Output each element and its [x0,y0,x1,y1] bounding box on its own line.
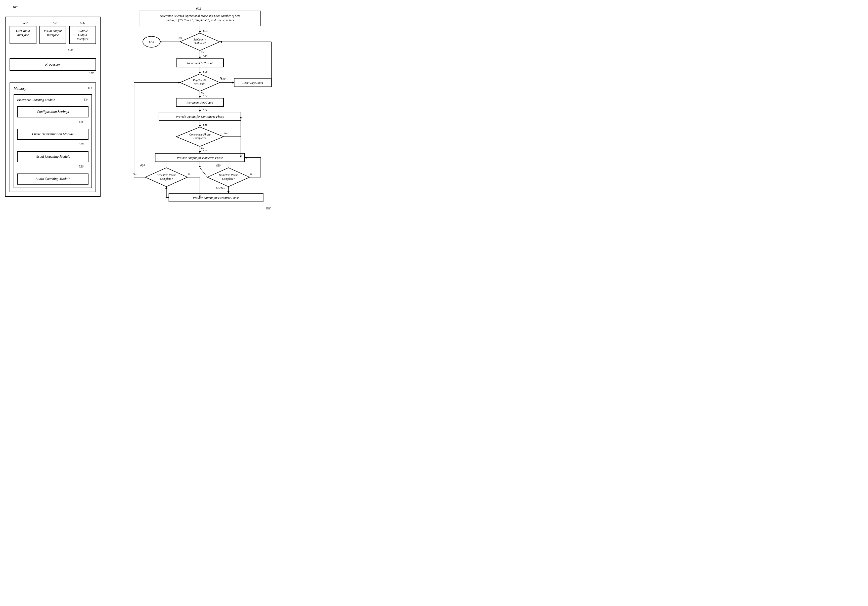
connector-508 [9,52,96,57]
arrowhead-608-612 [199,96,201,98]
yes-620: Yes [221,186,225,190]
ref-518: 518 [17,142,84,146]
start-text-2: and Reps (“SetLimit”, “RepLimit”) and re… [166,19,234,22]
user-input-label: User InputInterface [16,29,30,37]
arrowhead-620-622 [228,191,229,193]
connector-518 [17,146,88,151]
audio-coaching-box: Audio Coaching Module [17,174,88,185]
memory-box: Memory 512 Electronic Coaching Module 51… [9,82,96,192]
ecm-box: Electronic Coaching Module 514 Configura… [14,94,92,188]
flowchart-svg: text { font-family: 'Times New Roman', T… [111,5,297,211]
ref-506: 506 [80,21,85,25]
diamond-616-text1: Concentric Phase [189,133,211,136]
no-604: No [200,51,204,54]
ref-514: 514 [84,98,88,104]
audible-output-interface-box: Audible OutputInterface [69,26,96,44]
diamond-616-text2: Complete? [194,136,206,140]
box-612-text: Increment RepCount [186,101,213,104]
arrowhead-614-616 [199,125,201,127]
ref-602: 602 [196,7,201,10]
diamond-624-text2: Complete? [160,177,173,180]
processor-box: Processor [9,58,96,71]
arrowhead-620-618 [245,157,246,158]
ref-508: 508 [45,48,96,52]
no-624: No [188,173,191,176]
connector-516 [17,124,88,129]
arrow-618-620 [200,168,208,177]
right-diagram: text { font-family: 'Times New Roman', T… [111,5,297,212]
ref-622: 622 [216,186,220,190]
arrowhead-604-606 [199,57,201,59]
ref-502: 502 [23,21,28,25]
arrowhead-612-614 [199,110,201,112]
box-610-text: Reset RepCount [242,81,263,84]
left-diagram: 100 502 504 506 User InputInterface Visu… [5,5,101,212]
config-settings-label: Configuration Settings [37,110,69,113]
box-606-text: Increment SetCount [187,61,213,65]
interfaces-row: User InputInterface Visual OutputInterfa… [9,26,96,44]
yes-604: Yes [178,36,182,39]
ref-510: 510 [9,71,93,75]
diamond-608-text1: RepCount> [192,78,207,82]
arrowhead-624-608 [178,81,180,84]
yes-624: Yes [133,173,136,176]
ref-620: 620 [216,164,220,167]
no-616: No [224,132,228,135]
arrowhead-606-608 [199,72,201,74]
diamond-604-text2: SetLimit? [194,42,205,45]
end-label: End [149,40,154,44]
visual-output-interface-box: Visual OutputInterface [39,26,67,44]
config-settings-box: Configuration Settings [17,106,88,117]
phase-determination-label: Phase Determination Module [32,132,74,136]
diamond-620-text2: Complete? [222,177,235,180]
ref-600: 600 [266,206,271,210]
yes-608: Yes [220,76,223,79]
ref-608: 608 [203,70,208,73]
arrowhead-608-610 [232,81,234,84]
outer-box: 502 504 506 User InputInterface Visual O… [5,17,101,197]
ref-100: 100 [12,5,101,9]
arrowhead-618-down [199,166,201,168]
ref-618: 618 [203,149,208,153]
phase-determination-box: Phase Determination Module [17,129,88,140]
ref-624: 624 [140,164,145,167]
processor-label: Processor [45,62,60,66]
audio-coaching-label: Audio Coaching Module [36,177,70,181]
diamond-608-text2: RepLimit? [194,82,206,86]
arrowhead-610-to-604 [220,41,222,43]
ref-606: 606 [203,54,208,58]
ref-504: 504 [53,21,57,25]
visual-output-label: Visual OutputInterface [44,29,62,37]
diamond-604-text1: SetCount> [193,38,206,41]
connector-520 [17,168,88,174]
ref-512: 512 [87,87,92,90]
arrowhead-start-604 [199,31,201,33]
audible-output-label: Audible OutputInterface [77,29,88,41]
visual-coaching-box: Visual Coaching Module [17,151,88,162]
ref-614: 614 [203,108,208,112]
arrowhead-616-618 [199,151,201,153]
connector-510 [9,75,96,80]
memory-label: Memory [14,87,26,91]
ecm-label: Electronic Coaching Module [17,98,55,102]
visual-coaching-label: Visual Coaching Module [36,155,70,158]
ref-612: 612 [203,94,208,98]
no-620: No [250,173,253,176]
box-618-text: Provide Output for Isometric Phase [177,156,223,160]
ref-616: 616 [203,123,208,126]
arrowhead-622-624 [166,186,167,189]
ref-516: 516 [17,120,84,124]
box-614-text: Provide Outout for Concentric Phase [175,115,224,118]
start-text-1: Determine Selected Operational Mode and … [160,14,240,18]
diamond-620-text1: Isometric Phase [219,173,238,177]
user-input-interface-box: User InputInterface [9,26,36,44]
diamond-624-text1: Eccentric Phase [157,173,176,177]
ref-520: 520 [17,165,84,168]
ref-604: 604 [203,29,208,33]
